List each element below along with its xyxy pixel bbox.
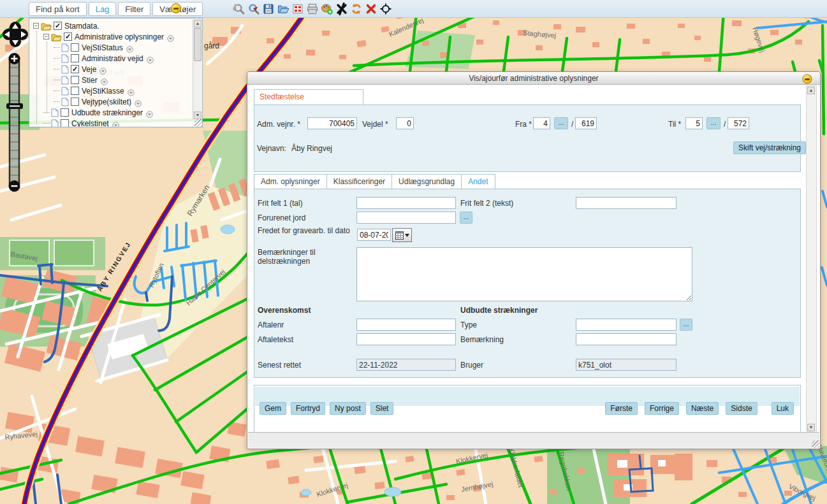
tab-udl-gsgrundlag[interactable]: Udlægsgrundlag — [392, 174, 462, 189]
layer-label[interactable]: Vejtype(skiltet) — [82, 97, 131, 106]
tree-item-veje[interactable]: ✓Veje — [54, 64, 106, 75]
layer-label[interactable]: Stamdata. — [64, 22, 99, 31]
dialog-titlebar[interactable]: Vis/ajourfør administrative oplysninger — [247, 72, 820, 85]
theme-add-icon[interactable] — [321, 3, 333, 15]
tab-klassificeringer[interactable]: Klassificeringer — [326, 174, 392, 189]
layer-options-icon[interactable] — [101, 76, 108, 83]
forurenet-lookup-button[interactable]: ... — [460, 212, 472, 224]
zoom-slider-track[interactable] — [10, 59, 19, 184]
map-nav-widget[interactable] — [1, 19, 29, 199]
layer-label[interactable]: Udbudte strækninger — [71, 108, 143, 117]
layer-label[interactable]: Administrative oplysninger — [75, 32, 164, 41]
layer-label[interactable]: Cykelstinet — [71, 119, 109, 128]
scroll-thumb[interactable] — [194, 28, 201, 61]
tree-item-udbudte-str-kninger[interactable]: Udbudte strækninger — [43, 107, 153, 118]
tree-item-vejtype-skiltet[interactable]: Vejtype(skiltet) — [54, 96, 142, 107]
scroll-up-icon[interactable]: ▲ — [194, 20, 201, 27]
layer-label[interactable]: Veje — [82, 65, 96, 74]
til-end-field[interactable] — [728, 117, 749, 129]
layer-options-icon[interactable] — [128, 87, 135, 94]
layer-options-icon[interactable] — [146, 109, 153, 116]
layer-checkbox[interactable] — [71, 43, 79, 52]
forrige-button[interactable]: Forrige — [645, 402, 679, 415]
refresh-icon[interactable] — [350, 3, 363, 15]
layer-checkbox[interactable] — [71, 54, 79, 62]
sidste-button[interactable]: Sidste — [726, 402, 757, 415]
frit1-field[interactable] — [356, 197, 456, 209]
tree-resize-grip[interactable] — [194, 119, 202, 127]
layer-checkbox[interactable]: ✓ — [71, 65, 79, 73]
dialog-minimize-icon[interactable] — [802, 74, 812, 83]
zoom-previous-icon[interactable] — [233, 3, 245, 15]
layer-options-icon[interactable] — [135, 98, 142, 105]
første-button[interactable]: Første — [605, 402, 638, 415]
fra-field[interactable] — [533, 117, 550, 129]
tab-andet[interactable]: Andet — [461, 174, 495, 189]
tree-item-cykelstinet[interactable]: Cykelstinet — [43, 118, 119, 127]
tab-stedfaestelse[interactable]: Stedfæstelse — [254, 89, 363, 104]
frit2-field[interactable] — [576, 197, 677, 209]
skift-vej-button[interactable]: Skift vej/strækning — [733, 141, 806, 154]
til-lookup-button[interactable]: ... — [706, 117, 721, 129]
measure-off-icon[interactable] — [335, 3, 348, 15]
scroll-up-icon[interactable]: ▲ — [807, 87, 815, 94]
layer-label[interactable]: VejStiStatus — [82, 43, 123, 52]
til-field[interactable] — [685, 117, 703, 129]
fra-end-field[interactable] — [575, 117, 597, 129]
open-icon[interactable] — [277, 3, 289, 15]
adm-vejnr-field[interactable] — [307, 117, 357, 129]
layer-checkbox[interactable]: ✓ — [54, 22, 62, 30]
toolbar-button-lag[interactable]: Lag — [89, 2, 117, 16]
calendar-button[interactable] — [392, 228, 412, 242]
slet-button[interactable]: Slet — [370, 402, 394, 415]
layer-checkbox[interactable] — [61, 108, 69, 117]
layer-checkbox[interactable]: ✓ — [64, 32, 72, 41]
type-lookup-button[interactable]: ... — [680, 319, 692, 331]
tree-item-stier[interactable]: Stier — [54, 75, 108, 85]
layer-label[interactable]: VejStiKlasse — [82, 87, 124, 96]
toolbar-minimize-icon[interactable] — [171, 3, 181, 13]
layer-checkbox[interactable] — [61, 119, 69, 127]
fredet-date-field[interactable] — [357, 229, 391, 241]
layer-options-icon[interactable] — [147, 55, 154, 62]
toolbar-button-filter[interactable]: Filter — [118, 2, 150, 16]
forurenet-field[interactable] — [356, 212, 456, 224]
næste-button[interactable]: Næste — [686, 402, 719, 415]
layer-checkbox[interactable] — [71, 87, 79, 95]
center-map-icon[interactable] — [379, 3, 392, 15]
bemaerkninger-textarea[interactable] — [356, 247, 692, 301]
layer-options-icon[interactable] — [126, 44, 133, 51]
scroll-down-icon[interactable]: ▼ — [194, 112, 201, 119]
toolbar-button-find-p-kort[interactable]: Find på kort — [29, 2, 87, 16]
legend-icon[interactable] — [291, 3, 304, 15]
tree-item-vejstiklasse[interactable]: VejStiKlasse — [54, 85, 135, 96]
fortryd-button[interactable]: Fortryd — [291, 402, 325, 415]
dialog-scrollbar[interactable]: ▲ ▼ — [806, 85, 817, 433]
layer-options-icon[interactable] — [112, 120, 119, 127]
tree-item-stamdata[interactable]: −✓Stamdata. — [33, 20, 99, 31]
layer-checkbox[interactable] — [71, 76, 79, 84]
layer-tree-scrollbar[interactable]: ▲ ▼ — [193, 19, 201, 120]
layer-options-icon[interactable] — [167, 33, 174, 40]
gem-button[interactable]: Gem — [260, 402, 286, 415]
print-icon[interactable] — [306, 3, 319, 15]
dialog-resize-grip[interactable] — [812, 440, 819, 448]
vejdel-field[interactable] — [396, 117, 414, 129]
luk-button[interactable]: Luk — [772, 402, 794, 415]
aftaletekst-field[interactable] — [356, 333, 456, 345]
type-field[interactable] — [576, 319, 677, 331]
tree-item-administrativ-vejid[interactable]: Administrativ vejid — [54, 53, 154, 64]
clear-selection-icon[interactable] — [365, 3, 377, 15]
tree-item-administrative-oplysninger[interactable]: −✓Administrative oplysninger — [43, 31, 174, 42]
ny-post-button[interactable]: Ny post — [330, 402, 366, 415]
fra-lookup-button[interactable]: ... — [554, 117, 568, 129]
layer-checkbox[interactable] — [71, 97, 79, 106]
layer-label[interactable]: Administrativ vejid — [82, 54, 143, 63]
tree-expander-icon[interactable]: − — [33, 23, 39, 29]
scroll-down-icon[interactable]: ▼ — [807, 424, 815, 431]
layer-options-icon[interactable] — [99, 66, 106, 73]
save-icon[interactable] — [262, 3, 275, 15]
zoom-window-icon[interactable] — [247, 3, 260, 15]
tree-item-vejstistatus[interactable]: VejStiStatus — [54, 42, 133, 53]
aftalenr-field[interactable] — [356, 319, 456, 331]
